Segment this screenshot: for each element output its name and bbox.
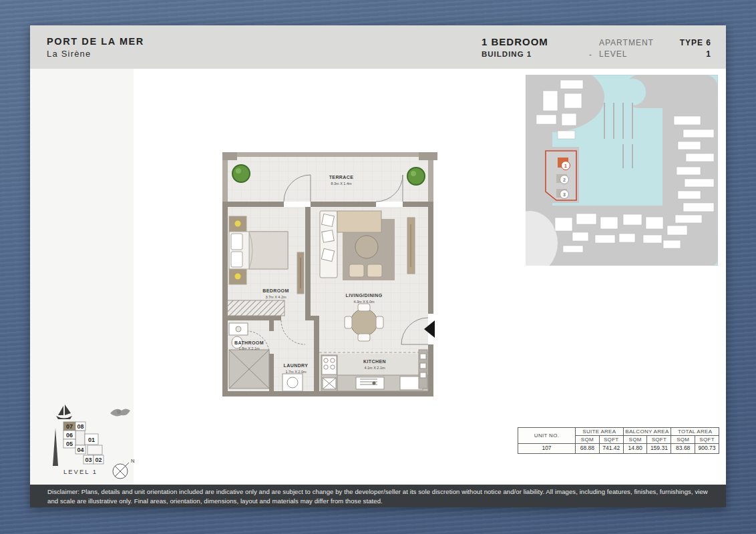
level-value: 1 xyxy=(706,49,711,59)
total-sqft-value: 900.73 xyxy=(695,444,719,454)
terrace-label: TERRACE xyxy=(329,175,354,180)
living-dims: 4.3m X 6.0m xyxy=(353,300,375,304)
total-sqm-header: SQM xyxy=(671,436,695,444)
balcony-sqm-value: 14.80 xyxy=(623,444,647,454)
total-sqft-header: SQFT xyxy=(695,436,719,444)
level-label: LEVEL xyxy=(599,49,627,59)
map-marker-2: 2 xyxy=(563,178,566,182)
balcony-sqft-header: SQFT xyxy=(647,436,671,444)
area-table: UNIT NO. SUITE AREA BALCONY AREA TOTAL A… xyxy=(518,427,719,454)
level-key-plan: 07 08 06 05 01 04 03 02 LEVEL 1 N xyxy=(50,396,144,489)
tower-icon xyxy=(53,428,58,466)
brochure-page: PORT DE LA MER La Sirène 1 BEDROOM APART… xyxy=(30,25,726,507)
balcony-sqm-header: SQM xyxy=(623,436,647,444)
total-sqm-value: 83.68 xyxy=(671,444,695,454)
suite-sqm-value: 68.88 xyxy=(576,444,600,454)
suite-sqft-value: 741.42 xyxy=(599,444,623,454)
unit-05: 05 xyxy=(66,441,73,447)
unit-01: 01 xyxy=(88,437,95,443)
area-table-data-row: 107 68.88 741.42 14.80 159.31 83.68 900.… xyxy=(518,444,719,454)
apartment-type-value: TYPE 6 xyxy=(680,38,711,47)
header-separator: - xyxy=(582,50,599,58)
unit-04: 04 xyxy=(77,447,83,453)
bathroom-dims: 1.8m X 2.1m xyxy=(238,346,260,350)
north-label: N xyxy=(131,458,134,464)
kitchen-dims: 4.1m X 2.1m xyxy=(364,366,385,370)
disclaimer-bar: Disclaimer: Plans, details and unit orie… xyxy=(30,485,726,507)
site-location-map: 1 2 3 xyxy=(526,75,718,266)
floor-plan-drawing: TERRACE 8.3m X 1.4m BEDROOM 3.7m X 4.2m … xyxy=(222,152,437,402)
unit-type-label: 1 BEDROOM xyxy=(482,36,582,47)
living-label: LIVING/DINING xyxy=(346,293,383,298)
highlighted-parcel: 1 2 3 xyxy=(546,151,576,200)
apartment-label: APARTMENT xyxy=(599,38,654,47)
project-title: PORT DE LA MER xyxy=(47,36,144,47)
total-area-header: TOTAL AREA xyxy=(671,428,719,436)
floor-plan: TERRACE 8.3m X 1.4m BEDROOM 3.7m X 4.2m … xyxy=(222,152,437,402)
header-brand: PORT DE LA MER La Sirène xyxy=(47,36,144,59)
key-plan-drawing: 07 08 06 05 01 04 03 02 LEVEL 1 N xyxy=(50,396,144,489)
unit-07: 07 xyxy=(66,423,73,430)
terrace-dims: 8.3m X 1.4m xyxy=(331,182,352,186)
laundry-label: LAUNDRY xyxy=(284,363,309,368)
map-marker-1: 1 xyxy=(564,164,567,168)
area-table-group-row: UNIT NO. SUITE AREA BALCONY AREA TOTAL A… xyxy=(518,428,719,436)
level-caption: LEVEL 1 xyxy=(63,468,98,475)
balcony-sqft-value: 159.31 xyxy=(647,444,671,454)
wings-emblem-icon xyxy=(110,409,130,417)
compass-icon xyxy=(113,463,129,479)
unit-no-value: 107 xyxy=(518,444,576,454)
bedroom-dims: 3.7m X 4.2m xyxy=(265,295,287,299)
boat-icon xyxy=(56,405,72,419)
unit-03: 03 xyxy=(85,457,91,463)
unit-08: 08 xyxy=(77,423,83,430)
building-label: BUILDING 1 xyxy=(482,50,582,58)
unit-no-header: UNIT NO. xyxy=(518,428,576,444)
laundry-dims: 1.7m X 2.0m xyxy=(285,370,307,374)
kitchen-label: KITCHEN xyxy=(363,359,386,364)
suite-sqm-header: SQM xyxy=(576,436,600,444)
map-marker-3: 3 xyxy=(563,192,566,197)
header-unit-info: 1 BEDROOM APARTMENT TYPE 6 BUILDING 1 - … xyxy=(482,36,711,59)
suite-sqft-header: SQFT xyxy=(599,436,623,444)
disclaimer-text: Disclaimer: Plans, details and unit orie… xyxy=(47,488,708,505)
balcony-area-header: BALCONY AREA xyxy=(623,428,671,436)
unit-02: 02 xyxy=(95,457,102,463)
terrace-floor xyxy=(228,157,428,202)
bedroom-label: BEDROOM xyxy=(262,288,289,293)
bathroom-label: BATHROOM xyxy=(234,340,264,345)
suite-area-header: SUITE AREA xyxy=(576,428,624,436)
apartment-type: APARTMENT TYPE 6 xyxy=(599,38,711,47)
harbor-notch xyxy=(619,79,646,105)
site-map-drawing: 1 2 3 xyxy=(526,75,718,266)
unit-06: 06 xyxy=(66,432,73,439)
level-info: LEVEL 1 xyxy=(599,49,711,59)
page-header: PORT DE LA MER La Sirène 1 BEDROOM APART… xyxy=(30,25,726,69)
community-title: La Sirène xyxy=(47,49,144,59)
